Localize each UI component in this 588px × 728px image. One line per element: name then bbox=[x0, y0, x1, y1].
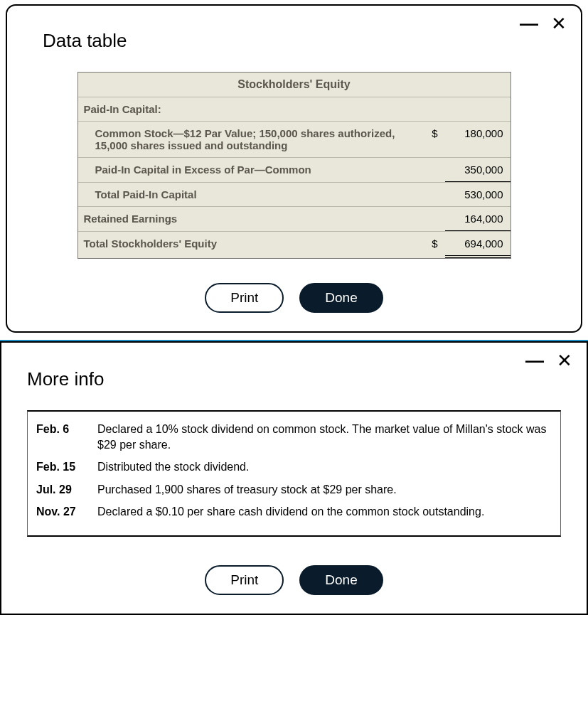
modal-title: More info bbox=[27, 368, 565, 390]
event-date: Jul. 29 bbox=[36, 482, 87, 498]
event-date: Nov. 27 bbox=[36, 504, 87, 520]
close-icon[interactable]: ✕ bbox=[557, 351, 572, 370]
list-item: Feb. 6 Declared a 10% stock dividend on … bbox=[36, 422, 552, 452]
row-label: Paid-In Capital in Excess of Par—Common bbox=[78, 158, 425, 182]
list-item: Nov. 27 Declared a $0.10 per share cash … bbox=[36, 504, 552, 520]
events-table: Feb. 6 Declared a 10% stock dividend on … bbox=[27, 410, 561, 537]
row-label: Total Stockholders' Equity bbox=[78, 232, 425, 258]
done-button[interactable]: Done bbox=[299, 565, 383, 595]
cell-value: 350,000 bbox=[445, 158, 511, 182]
table-header: Stockholders' Equity bbox=[78, 73, 511, 97]
print-button[interactable]: Print bbox=[205, 283, 284, 313]
cell-dollar bbox=[425, 158, 445, 182]
cell-dollar: $ bbox=[425, 122, 445, 157]
stockholders-equity-table: Stockholders' Equity Paid-In Capital: Co… bbox=[77, 72, 511, 259]
event-desc: Declared a $0.10 per share cash dividend… bbox=[97, 504, 552, 520]
print-button[interactable]: Print bbox=[205, 565, 284, 595]
paid-in-capital-section: Paid-In Capital: bbox=[78, 97, 511, 122]
event-desc: Purchased 1,900 shares of treasury stock… bbox=[97, 482, 552, 498]
minimize-icon[interactable]: — bbox=[525, 351, 544, 370]
cell-dollar: $ bbox=[425, 232, 445, 258]
done-button[interactable]: Done bbox=[299, 283, 383, 313]
close-icon[interactable]: ✕ bbox=[551, 14, 567, 33]
button-row: Print Done bbox=[30, 283, 558, 313]
modal-title: Data table bbox=[43, 30, 558, 52]
table-row: Retained Earnings 164,000 bbox=[78, 207, 511, 232]
window-controls: — ✕ bbox=[525, 351, 572, 370]
event-date: Feb. 15 bbox=[36, 459, 87, 475]
table-row: Paid-In Capital in Excess of Par—Common … bbox=[78, 158, 511, 183]
button-row: Print Done bbox=[23, 565, 565, 595]
list-item: Jul. 29 Purchased 1,900 shares of treasu… bbox=[36, 482, 552, 498]
data-table-modal: — ✕ Data table Stockholders' Equity Paid… bbox=[6, 4, 582, 333]
row-label: Common Stock—$12 Par Value; 150,000 shar… bbox=[78, 122, 425, 157]
more-info-modal: — ✕ More info Feb. 6 Declared a 10% stoc… bbox=[0, 341, 588, 615]
event-desc: Distributed the stock dividend. bbox=[97, 459, 552, 475]
list-item: Feb. 15 Distributed the stock dividend. bbox=[36, 459, 552, 475]
event-date: Feb. 6 bbox=[36, 422, 87, 452]
cell-dollar bbox=[425, 183, 445, 206]
table-header-text: Stockholders' Equity bbox=[237, 78, 351, 91]
cell-value: 164,000 bbox=[445, 207, 511, 231]
row-label: Retained Earnings bbox=[78, 207, 425, 231]
cell-value: 180,000 bbox=[445, 122, 511, 157]
event-desc: Declared a 10% stock dividend on common … bbox=[97, 422, 552, 452]
table-row: Common Stock—$12 Par Value; 150,000 shar… bbox=[78, 122, 511, 158]
table-row: Total Paid-In Capital 530,000 bbox=[78, 183, 511, 207]
cell-value bbox=[445, 97, 511, 121]
cell-dollar bbox=[425, 97, 445, 121]
minimize-icon[interactable]: — bbox=[520, 14, 538, 33]
row-label: Total Paid-In Capital bbox=[78, 183, 425, 206]
cell-dollar bbox=[425, 207, 445, 231]
paid-in-capital-label: Paid-In Capital: bbox=[78, 97, 425, 121]
window-controls: — ✕ bbox=[520, 14, 567, 33]
table-row-total: Total Stockholders' Equity $ 694,000 bbox=[78, 232, 511, 258]
cell-value: 530,000 bbox=[445, 183, 511, 206]
cell-value: 694,000 bbox=[445, 232, 511, 258]
